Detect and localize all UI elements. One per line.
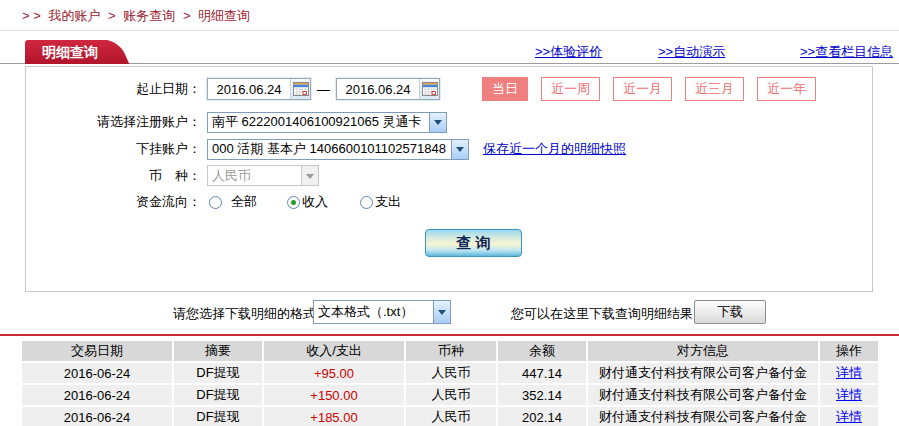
breadcrumb-separator: > (108, 8, 116, 23)
breadcrumb: > > 我的账户 > 账务查询 > 明细查询 (0, 0, 899, 31)
transaction-table: 交易日期 摘要 收入/支出 币种 余额 对方信息 操作 2016-06-24 D… (20, 339, 880, 426)
calendar-icon[interactable] (290, 79, 310, 99)
cell-summary: DF提现 (174, 407, 262, 426)
detail-link[interactable]: 详情 (836, 387, 862, 402)
table-row: 2016-06-24 DF提现 +185.00 人民币 202.14 财付通支付… (22, 407, 878, 426)
download-format-value: 文本格式（.txt） (314, 303, 433, 321)
breadcrumb-separator: > (183, 8, 191, 23)
registered-account-select[interactable]: 南平 6222001406100921065 灵通卡 (207, 112, 447, 133)
col-date: 交易日期 (22, 341, 172, 361)
sub-account-label: 下挂账户： (26, 140, 201, 158)
download-result-label: 您可以在这里下载查询明细结果 (511, 305, 693, 323)
calendar-icon[interactable] (419, 79, 439, 99)
download-format-select[interactable]: 文本格式（.txt） (313, 300, 451, 324)
cell-counterparty: 财付通支付科技有限公司客户备付金 (588, 363, 818, 383)
date-to-input[interactable]: 2016.06.24 (336, 78, 440, 100)
radio-checked-icon[interactable] (287, 196, 300, 209)
radio-icon[interactable] (209, 196, 222, 209)
registered-account-row: 请选择注册账户： 南平 6222001406100921065 灵通卡 (26, 111, 872, 133)
flow-option-income[interactable]: 收入 (287, 193, 328, 211)
table-header-row: 交易日期 摘要 收入/支出 币种 余额 对方信息 操作 (22, 341, 878, 361)
registered-account-value: 南平 6222001406100921065 灵通卡 (208, 113, 429, 131)
tab-detail-query[interactable]: 明细查询 (25, 40, 108, 64)
currency-value: 人民币 (208, 167, 301, 185)
col-action: 操作 (820, 341, 878, 361)
sub-account-select[interactable]: 000 活期 基本户 1406600101102571848 (207, 139, 469, 160)
range-last-3-months-button[interactable]: 近三月 (685, 77, 744, 101)
query-button-row: 查 询 (26, 229, 872, 257)
cell-amount: +185.00 (264, 407, 404, 426)
cell-counterparty: 财付通支付科技有限公司客户备付金 (588, 407, 818, 426)
currency-select: 人民币 (207, 165, 319, 186)
breadcrumb-account-query[interactable]: 账务查询 (123, 8, 175, 23)
currency-row: 币 种： 人民币 (26, 165, 872, 186)
cell-currency: 人民币 (406, 385, 496, 405)
sub-account-row: 下挂账户： 000 活期 基本户 1406600101102571848 保存近… (26, 138, 872, 160)
download-button[interactable]: 下载 (694, 300, 766, 324)
date-from-input[interactable]: 2016.06.24 (207, 78, 311, 100)
sub-account-value: 000 活期 基本户 1406600101102571848 (208, 140, 451, 158)
breadcrumb-arrows: > > (22, 8, 41, 23)
date-range-label: 起止日期： (26, 80, 201, 98)
range-today-button[interactable]: 当日 (482, 77, 528, 101)
save-snapshot-link[interactable]: 保存近一个月的明细快照 (483, 140, 626, 158)
range-last-year-button[interactable]: 近一年 (757, 77, 816, 101)
query-button[interactable]: 查 询 (425, 229, 522, 257)
chevron-down-icon (429, 113, 446, 132)
detail-link[interactable]: 详情 (836, 365, 862, 380)
cell-balance: 352.14 (498, 385, 586, 405)
link-experience-rating[interactable]: >>体验评价 (535, 43, 602, 61)
date-range-row: 起止日期： 2016.06.24 (26, 77, 872, 101)
cell-date: 2016-06-24 (22, 385, 172, 405)
cell-amount: +150.00 (264, 385, 404, 405)
cell-summary: DF提现 (174, 363, 262, 383)
cell-counterparty: 财付通支付科技有限公司客户备付金 (588, 385, 818, 405)
fund-flow-row: 资金流向： 全部 收入 支出 (26, 193, 872, 211)
tab-label: 明细查询 (42, 44, 98, 60)
col-currency: 币种 (406, 341, 496, 361)
col-amount: 收入/支出 (264, 341, 404, 361)
date-to-value: 2016.06.24 (337, 82, 419, 97)
chevron-down-icon (301, 166, 318, 185)
detail-link[interactable]: 详情 (836, 409, 862, 424)
flow-option-income-label: 收入 (302, 193, 328, 211)
col-summary: 摘要 (174, 341, 262, 361)
cell-amount: +95.00 (264, 363, 404, 383)
table-row: 2016-06-24 DF提现 +95.00 人民币 447.14 财付通支付科… (22, 363, 878, 383)
cell-balance: 202.14 (498, 407, 586, 426)
flow-option-all-label: 全部 (231, 193, 257, 211)
range-last-week-button[interactable]: 近一周 (541, 77, 600, 101)
table-row: 2016-06-24 DF提现 +150.00 人民币 352.14 财付通支付… (22, 385, 878, 405)
breadcrumb-detail-query[interactable]: 明细查询 (198, 8, 250, 23)
cell-balance: 447.14 (498, 363, 586, 383)
chevron-down-icon (433, 301, 450, 323)
col-counterparty: 对方信息 (588, 341, 818, 361)
range-last-month-button[interactable]: 近一月 (613, 77, 672, 101)
query-form: 起止日期： 2016.06.24 (25, 66, 873, 292)
red-divider (0, 334, 899, 336)
detail-query-page: > > 我的账户 > 账务查询 > 明细查询 明细查询 >>体验评价 >>自动演… (0, 0, 899, 426)
fund-flow-label: 资金流向： (26, 193, 201, 211)
date-from-value: 2016.06.24 (208, 82, 290, 97)
download-format-label: 请您选择下载明细的格式 (173, 305, 316, 323)
currency-label: 币 种： (26, 167, 201, 185)
cell-currency: 人民币 (406, 407, 496, 426)
flow-option-expense[interactable]: 支出 (360, 193, 401, 211)
link-column-info[interactable]: >>查看栏目信息 (800, 43, 893, 61)
flow-option-all[interactable]: 全部 (209, 193, 257, 211)
link-auto-demo[interactable]: >>自动演示 (658, 43, 725, 61)
cell-date: 2016-06-24 (22, 407, 172, 426)
chevron-down-icon (451, 140, 468, 159)
date-separator: — (317, 82, 330, 97)
cell-currency: 人民币 (406, 363, 496, 383)
col-balance: 余额 (498, 341, 586, 361)
flow-option-expense-label: 支出 (375, 193, 401, 211)
radio-icon[interactable] (360, 196, 373, 209)
section-header: 明细查询 >>体验评价 >>自动演示 >>查看栏目信息 (0, 39, 899, 64)
cell-summary: DF提现 (174, 385, 262, 405)
registered-account-label: 请选择注册账户： (26, 113, 201, 131)
cell-date: 2016-06-24 (22, 363, 172, 383)
download-row: 请您选择下载明细的格式 文本格式（.txt） 您可以在这里下载查询明细结果 下载 (0, 299, 899, 326)
breadcrumb-my-account[interactable]: 我的账户 (48, 8, 100, 23)
